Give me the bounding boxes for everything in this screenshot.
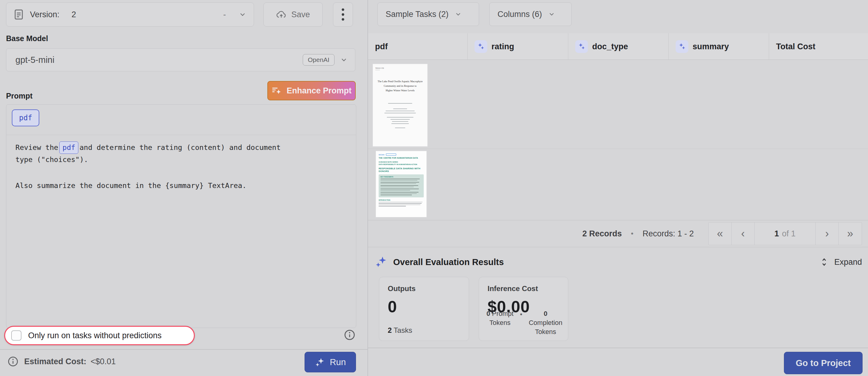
column-header-total-cost[interactable]: Total Cost bbox=[776, 33, 815, 60]
pager: « ‹ 1 of 1 › » bbox=[708, 222, 862, 245]
prompt-tokens: 0 Prompt Tokens bbox=[484, 309, 516, 336]
prompt-line-2: type ("choices"). bbox=[16, 154, 348, 166]
estimated-cost-label: Estimated Cost: bbox=[24, 357, 87, 366]
first-page-button[interactable]: « bbox=[709, 223, 732, 245]
base-model-select[interactable]: gpt-5-mini OpenAI bbox=[6, 48, 355, 71]
version-current-marker: - bbox=[223, 10, 226, 19]
pdf-thumbnail-row-2[interactable]: OCHA THE CENTRE FOR HUMANITARIAN DATA GU… bbox=[376, 151, 427, 217]
logo-box bbox=[386, 153, 396, 156]
info-icon[interactable] bbox=[344, 329, 356, 341]
evaluation-header: Overall Evaluation Results Expand bbox=[368, 247, 868, 277]
only-run-checkbox-row[interactable]: Only run on tasks without predictions bbox=[4, 326, 195, 345]
divider bbox=[6, 135, 356, 135]
prompt-line-3: Also summarize the document in the {summ… bbox=[16, 180, 348, 192]
save-button[interactable]: Save bbox=[264, 2, 323, 27]
outputs-value: 0 bbox=[388, 297, 460, 316]
column-header-pdf[interactable]: pdf bbox=[375, 33, 388, 60]
sample-tasks-label: Sample Tasks (2) bbox=[385, 10, 448, 19]
chevron-down-icon bbox=[239, 10, 247, 19]
chevron-down-icon bbox=[340, 56, 348, 64]
inline-pdf-chip[interactable]: pdf bbox=[59, 141, 78, 154]
info-icon[interactable] bbox=[7, 356, 19, 367]
prompt-label: Prompt bbox=[6, 92, 33, 100]
column-divider bbox=[467, 33, 468, 60]
estimated-cost-row: Estimated Cost: <$0.01 bbox=[7, 354, 116, 369]
pdf-thumbnail-row-1[interactable]: Volume 1 (b)——— The Lake Pend Oreille Aq… bbox=[373, 64, 427, 146]
app-window: Version: 2 - Save bbox=[0, 0, 868, 376]
records-total: 2 Records bbox=[582, 229, 622, 238]
table-header: pdf rating doc_type summary bbox=[368, 33, 868, 60]
enhance-prompt-label: Enhance Prompt bbox=[287, 86, 352, 96]
records-range: Records: 1 - 2 bbox=[642, 229, 694, 238]
column-header-doc-type[interactable]: doc_type bbox=[575, 33, 628, 60]
prompt-editor[interactable]: pdf Review thepdfand determine the ratin… bbox=[6, 104, 356, 328]
go-to-project-label: Go to Project bbox=[796, 358, 851, 368]
kebab-menu-icon bbox=[341, 8, 344, 21]
column-header-summary[interactable]: summary bbox=[676, 33, 729, 60]
version-value: 2 bbox=[72, 10, 76, 19]
evaluation-title: Overall Evaluation Results bbox=[393, 257, 504, 267]
sample-tasks-dropdown[interactable]: Sample Tasks (2) bbox=[377, 2, 479, 26]
expand-button[interactable]: Expand bbox=[819, 257, 862, 267]
key-takeaways-box: KEY TAKEAWAYS bbox=[379, 174, 424, 197]
document-icon bbox=[14, 9, 23, 20]
page-indicator: 1 of 1 bbox=[754, 223, 816, 245]
columns-label: Columns (6) bbox=[497, 10, 542, 19]
prompt-variable-chip[interactable]: pdf bbox=[12, 109, 39, 126]
pagination-bar: 2 Records • Records: 1 - 2 « ‹ 1 of 1 › … bbox=[368, 220, 868, 247]
ocha-logo: OCHA bbox=[379, 154, 385, 156]
sparkle-icon bbox=[314, 357, 325, 367]
column-divider bbox=[669, 33, 669, 60]
previous-page-button[interactable]: ‹ bbox=[732, 223, 754, 245]
chevron-down-icon bbox=[455, 10, 462, 18]
go-to-project-button[interactable]: Go to Project bbox=[784, 352, 863, 374]
version-label: Version: bbox=[30, 10, 60, 19]
kebab-menu-button[interactable] bbox=[333, 2, 353, 27]
next-page-button[interactable]: › bbox=[816, 223, 839, 245]
prompt-text[interactable]: Review thepdfand determine the rating (c… bbox=[16, 141, 348, 192]
run-button[interactable]: Run bbox=[305, 352, 356, 372]
outputs-card: Outputs 0 2 Tasks bbox=[379, 277, 469, 341]
version-selector[interactable]: Version: 2 - bbox=[6, 2, 254, 27]
unfold-icon bbox=[819, 257, 829, 267]
save-label: Save bbox=[291, 10, 310, 19]
sparkle-icon bbox=[575, 40, 588, 53]
base-model-label: Base Model bbox=[6, 34, 48, 43]
prompt-line-1: Review thepdfand determine the rating (c… bbox=[16, 141, 348, 154]
divider bbox=[0, 349, 368, 350]
expand-label: Expand bbox=[834, 258, 862, 267]
sparkle-icon bbox=[474, 40, 487, 53]
chevron-down-icon bbox=[548, 10, 555, 18]
estimated-cost-value: <$0.01 bbox=[91, 357, 116, 366]
run-label: Run bbox=[330, 357, 346, 367]
inference-cost-card: Inference Cost $0.00 0 Prompt Tokens • 0… bbox=[479, 277, 568, 341]
columns-dropdown[interactable]: Columns (6) bbox=[489, 2, 571, 26]
cloud-save-icon bbox=[276, 10, 286, 19]
column-header-rating[interactable]: rating bbox=[474, 33, 514, 60]
only-run-checkbox[interactable] bbox=[11, 330, 22, 341]
last-page-button[interactable]: » bbox=[839, 223, 862, 245]
provider-badge: OpenAI bbox=[303, 54, 335, 66]
doc1-title: The Lake Pend Oreille Aquatic Macrophyte… bbox=[375, 79, 425, 93]
sparkle-icon bbox=[676, 40, 688, 53]
enhance-prompt-button[interactable]: Enhance Prompt bbox=[267, 81, 356, 100]
column-divider bbox=[568, 33, 568, 60]
enhance-icon bbox=[272, 86, 282, 96]
completion-tokens: 0 Completion Tokens bbox=[527, 309, 565, 336]
only-run-checkbox-label: Only run on tasks without predictions bbox=[28, 331, 161, 340]
divider bbox=[368, 348, 868, 348]
sparkle-icon bbox=[375, 256, 388, 268]
base-model-value: gpt-5-mini bbox=[16, 55, 55, 65]
row-divider bbox=[368, 149, 868, 149]
